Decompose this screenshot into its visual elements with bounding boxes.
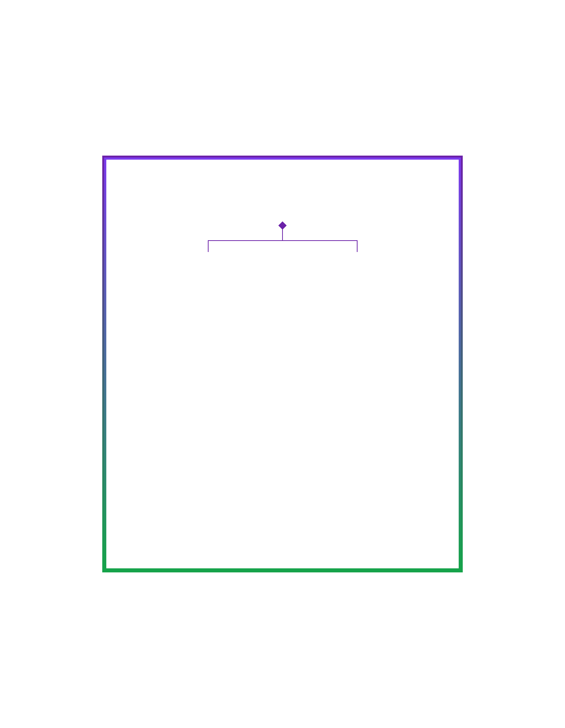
dis-header-connector bbox=[366, 288, 367, 296]
vertical-line-right bbox=[357, 240, 358, 252]
list-item: 2. Builds trust bbox=[126, 325, 271, 347]
infographic-wrapper: Advantages and disadvantages of nonverba… bbox=[102, 156, 463, 572]
list-item: 6. Improves relationships bbox=[126, 437, 271, 459]
list-item: 7. Substitutes for verbal communication bbox=[126, 466, 271, 487]
adv-connector-4 bbox=[199, 402, 199, 409]
disadvantages-column: Disadvantages of nonverbal communication… bbox=[294, 252, 439, 515]
adv-header-connector bbox=[199, 288, 199, 296]
list-item: 1. Difficult to understand bbox=[294, 296, 439, 318]
adv-connector-3 bbox=[199, 374, 199, 381]
dis-connector-1 bbox=[366, 318, 367, 325]
vertical-line-top bbox=[282, 228, 283, 240]
list-item: 8. May vary across cultures bbox=[294, 494, 439, 515]
footer: PH ProofHub Project management and team … bbox=[126, 530, 439, 552]
list-item: 3. Provides clarity bbox=[126, 353, 271, 374]
footer-tagline: Project management and team collaboratio… bbox=[223, 546, 342, 552]
main-title: Advantages and disadvantages of nonverba… bbox=[126, 172, 439, 209]
adv-connector-5 bbox=[199, 431, 199, 437]
list-item: 3. Can be misinterpreted bbox=[294, 353, 439, 374]
columns-container: Advantages of nonverbal communication 1.… bbox=[126, 252, 439, 515]
adv-connector-6 bbox=[199, 459, 199, 466]
list-item: 7. Inappropriate in certain situations bbox=[294, 466, 439, 487]
brand-name: ProofHub bbox=[268, 530, 319, 543]
disadvantages-header: Disadvantages of nonverbal communication bbox=[294, 252, 439, 288]
advantages-header: Advantages of nonverbal communication bbox=[126, 252, 271, 288]
list-item: 6. Lack of formal documentation bbox=[294, 437, 439, 459]
list-item: 5. Limited in expressing complex ideas bbox=[294, 409, 439, 431]
list-item: 4. Can be deceptive bbox=[294, 381, 439, 403]
dis-connector-3 bbox=[366, 374, 367, 381]
list-item: 5. Conveys emotions effectively bbox=[126, 409, 271, 431]
list-item: 2. Requires repetition bbox=[294, 325, 439, 347]
dis-connector-2 bbox=[366, 346, 367, 353]
list-item: 4. Enhances verbal communication bbox=[126, 381, 271, 403]
dis-connector-7 bbox=[366, 487, 367, 494]
adv-connector-1 bbox=[199, 318, 199, 325]
vertical-line-left bbox=[208, 240, 209, 252]
dis-connector-5 bbox=[366, 431, 367, 437]
brand-logo: PH bbox=[247, 530, 264, 544]
list-item: 1. Saves time bbox=[126, 296, 271, 318]
adv-connector-2 bbox=[199, 346, 199, 353]
dis-connector-4 bbox=[366, 402, 367, 409]
connector-area bbox=[126, 223, 439, 252]
advantages-column: Advantages of nonverbal communication 1.… bbox=[126, 252, 271, 487]
dis-connector-6 bbox=[366, 459, 367, 466]
brand-area: PH ProofHub bbox=[247, 530, 319, 544]
horizontal-line bbox=[208, 240, 357, 241]
